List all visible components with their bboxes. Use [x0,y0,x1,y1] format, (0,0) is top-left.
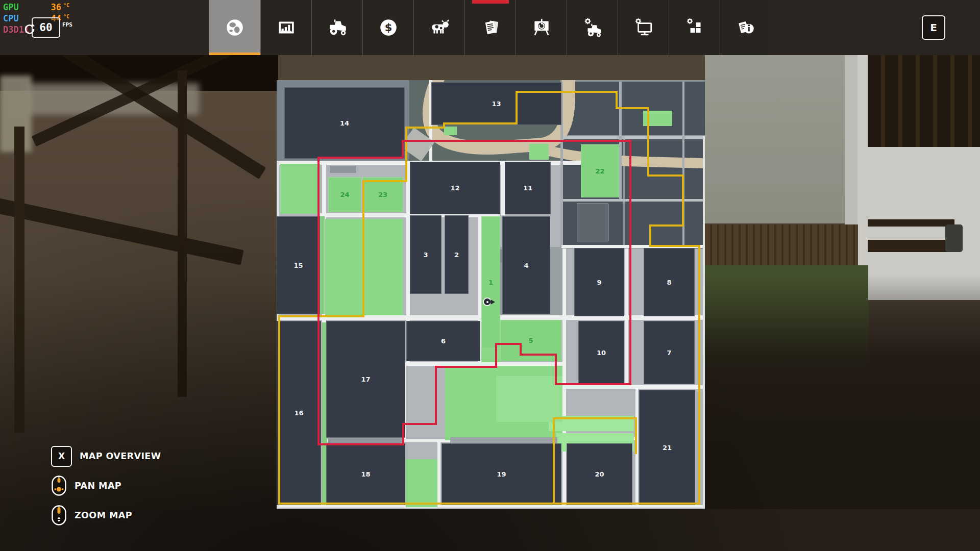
field-number-label: 22 [595,167,604,175]
route-line-yellow [362,180,364,317]
route-line-yellow [553,454,555,504]
field-number-label: 4 [524,262,528,269]
maintenance-icon [582,17,603,38]
tab-help[interactable] [720,0,771,55]
map-field-19[interactable]: 19 [442,443,561,505]
mouse-pan-icon [51,475,67,496]
field-number-label: 5 [528,337,533,344]
tab-contracts[interactable] [464,0,516,55]
map-grass-area [529,144,549,160]
tab-animals[interactable] [413,0,464,55]
svg-text:$: $ [384,21,392,34]
field-number-label: 18 [361,470,370,478]
tab-general-settings[interactable] [669,0,720,55]
tab-game-settings[interactable] [618,0,669,55]
map-field-1[interactable]: 1 [481,216,500,348]
map-field-12[interactable]: 12 [410,162,500,214]
map-field-21[interactable]: 21 [639,390,695,505]
field-number-label: 7 [667,349,671,357]
help-row-zoom-map: ZOOM MAP [51,504,161,527]
map-field-3[interactable]: 3 [410,215,442,294]
map-road [562,248,566,507]
route-line-yellow [635,417,637,454]
map-field-17[interactable]: 17 [326,321,405,438]
map-grass-area [496,376,562,422]
field-number-label: 23 [378,191,387,198]
route-line-yellow [649,224,651,247]
field-number-label: 17 [361,375,370,383]
field-number-label: 8 [667,279,671,286]
route-line-red [555,383,631,385]
map-field-6[interactable]: 6 [406,321,480,361]
map-field-20[interactable]: 20 [567,443,632,505]
cpu-label: CPU [3,13,19,23]
field-number-label: 1 [488,279,493,286]
map-field-18[interactable]: 18 [326,443,405,505]
map-field-4[interactable]: 4 [502,216,550,314]
tab-production[interactable] [516,0,567,55]
tab-maintenance[interactable] [567,0,618,55]
map-field-10[interactable]: 10 [578,321,624,384]
animals-icon [429,17,450,38]
milk-can [945,224,963,252]
field-number-label: 21 [663,444,672,452]
map-field-22[interactable]: 22 [581,144,619,197]
map-field-23[interactable]: 23 [362,177,403,212]
map-road [703,136,705,507]
fs19-map-overview-screen: { "hud": { "gpu_label": "GPU", "gpu_temp… [0,0,980,551]
refresh-arrow-icon [23,22,37,36]
map-road [437,440,440,507]
money-icon: $ [378,17,399,38]
input-help-panel: XMAP OVERVIEW PAN MAP ZOOM MAP [51,445,161,534]
route-line-red [402,423,437,425]
map-field-16[interactable]: 16 [277,321,321,505]
field-number-label: 13 [492,100,501,108]
map-grass-area [481,348,500,362]
map-field-9[interactable]: 9 [574,248,624,316]
map-field-13[interactable]: 13 [431,82,561,125]
tab-finances[interactable] [260,0,311,55]
key-x-label: X [58,451,65,461]
route-line-red [435,366,497,368]
route-line-red [402,423,404,445]
tab-vehicles[interactable] [311,0,362,55]
map-road [277,505,705,508]
player-position-marker [483,297,497,307]
field-number-label: 12 [450,184,459,192]
map-field-7[interactable]: 7 [644,321,695,384]
tab-map[interactable] [209,0,260,55]
tab-money[interactable]: $ [362,0,413,55]
active-tab-underline [209,53,260,55]
help-row-map-overview: XMAP OVERVIEW [51,445,161,467]
map-field-15[interactable]: 15 [277,216,320,314]
route-line-yellow [553,417,637,419]
map-field-14[interactable]: 14 [284,87,405,159]
route-line-yellow [278,315,362,317]
map-field-11[interactable]: 11 [505,162,551,214]
route-line-yellow [649,245,700,247]
field-number-label: 10 [597,349,606,357]
wood-post [178,70,187,397]
map-overview-panel[interactable]: 141312112224231532149865107171621181920 [277,80,705,509]
route-line-yellow [698,245,700,505]
game-settings-icon [633,17,654,38]
route-line-yellow [362,180,407,182]
route-line-yellow [553,417,555,454]
balcony [868,55,980,147]
route-line-yellow [516,91,518,124]
help-row-pan-map: PAN MAP [51,474,161,497]
field-number-label: 20 [595,470,604,478]
route-line-yellow [647,107,649,177]
route-line-red [402,140,404,159]
map-field-8[interactable]: 8 [644,248,695,316]
map-field-24[interactable]: 24 [328,177,361,212]
map-field-2[interactable]: 2 [445,215,469,294]
field-number-label: 24 [340,191,349,198]
map-grass-area [320,216,325,314]
route-line-yellow [405,127,407,182]
help-label: PAN MAP [75,481,121,491]
route-line-red [317,157,320,445]
route-line-red [495,343,497,368]
route-line-red [555,354,557,385]
help-label: ZOOM MAP [75,510,132,520]
